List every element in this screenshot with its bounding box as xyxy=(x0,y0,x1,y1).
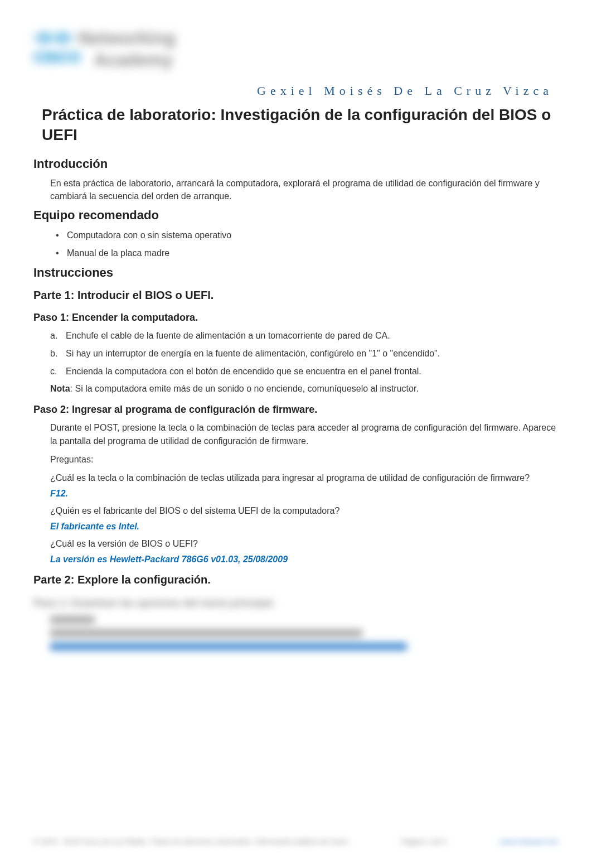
svg-rect-0 xyxy=(35,36,37,40)
svg-rect-4 xyxy=(52,36,55,40)
step1-list: a.Enchufe el cable de la fuente de alime… xyxy=(50,329,559,378)
logo-area: Networking CISCO Academy xyxy=(33,28,559,78)
question-3: ¿Cuál es la versión de BIOS o UEFI? xyxy=(50,537,559,550)
questions-label: Preguntas: xyxy=(50,453,559,466)
step-text: Enchufe el cable de la fuente de aliment… xyxy=(66,331,390,340)
blurred-step-heading: Paso 1: Examinar las opciones del menú p… xyxy=(33,597,559,609)
document-page: Networking CISCO Academy Gexiel Moisés D… xyxy=(0,0,592,678)
intro-heading: Introducción xyxy=(33,157,559,171)
question-1: ¿Cuál es la tecla o la combinación de te… xyxy=(50,471,559,484)
step-item: c.Encienda la computadora con el botón d… xyxy=(50,365,559,378)
question-2: ¿Quién es el fabricante del BIOS o del s… xyxy=(50,504,559,517)
equipment-item: Computadora con o sin sistema operativo xyxy=(56,228,559,243)
step1-note: Nota: Si la computadora emite más de un … xyxy=(50,384,559,394)
svg-rect-1 xyxy=(39,33,41,42)
step2-heading: Paso 2: Ingresar al programa de configur… xyxy=(33,404,559,416)
step-text: Si hay un interruptor de energía en la f… xyxy=(66,349,440,358)
instructions-heading: Instrucciones xyxy=(33,266,559,280)
svg-rect-3 xyxy=(48,33,50,42)
logo-networking-text: Networking xyxy=(78,28,175,49)
equipment-heading: Equipo recomendado xyxy=(33,208,559,223)
step-item: b.Si hay un interruptor de energía en la… xyxy=(50,347,559,360)
step-item: a.Enchufe el cable de la fuente de alime… xyxy=(50,329,559,343)
part2-heading: Parte 2: Explore la configuración. xyxy=(33,573,559,586)
logo-blurred: Networking CISCO Academy xyxy=(33,28,176,70)
step1-heading: Paso 1: Encender la computadora. xyxy=(33,312,559,324)
part1-heading: Parte 1: Introducir el BIOS o UEFI. xyxy=(33,289,559,302)
svg-rect-6 xyxy=(61,31,64,45)
intro-text: En esta práctica de laboratorio, arranca… xyxy=(50,177,559,202)
footer-link: www.netacad.com xyxy=(500,837,559,846)
equipment-item: Manual de la placa madre xyxy=(56,246,559,261)
blurred-line xyxy=(50,643,407,650)
answer-2: El fabricante es Intel. xyxy=(50,522,559,532)
footer-page: Página 1 de 4 xyxy=(401,837,446,846)
list-letter: a. xyxy=(50,329,57,343)
answer-1: F12. xyxy=(50,489,559,499)
cisco-bars-icon xyxy=(33,29,72,48)
blurred-content: Paso 1: Examinar las opciones del menú p… xyxy=(33,597,559,650)
page-footer: © 2015 - 2019 Cisco y/o sus filiales. To… xyxy=(33,837,559,846)
svg-rect-2 xyxy=(43,31,46,45)
answer-3: La versión es Hewlett-Packard 786G6 v01.… xyxy=(50,554,559,565)
step-text: Encienda la computadora con el botón de … xyxy=(66,367,421,376)
equipment-list: Computadora con o sin sistema operativo … xyxy=(56,228,559,260)
note-text: : Si la computadora emite más de un soni… xyxy=(70,384,419,393)
svg-rect-5 xyxy=(57,33,59,42)
logo-academy-text: Academy xyxy=(94,50,173,70)
blurred-line xyxy=(50,616,95,624)
svg-rect-7 xyxy=(66,33,68,42)
list-letter: b. xyxy=(50,347,57,360)
step2-intro: Durante el POST, presione la tecla o la … xyxy=(50,421,559,447)
note-label: Nota xyxy=(50,384,70,393)
blurred-line xyxy=(50,629,362,637)
list-letter: c. xyxy=(50,365,57,378)
document-title: Práctica de laboratorio: Investigación d… xyxy=(42,105,559,146)
svg-rect-8 xyxy=(70,36,72,40)
author-name: Gexiel Moisés De La Cruz Vizca xyxy=(33,84,559,98)
logo-cisco-text: CISCO xyxy=(33,49,80,66)
footer-copyright: © 2015 - 2019 Cisco y/o sus filiales. To… xyxy=(33,837,348,846)
